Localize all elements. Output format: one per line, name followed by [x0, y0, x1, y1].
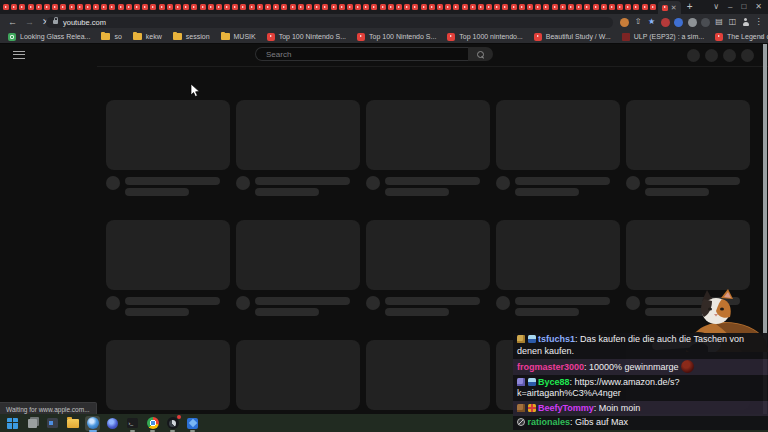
minimize-icon[interactable]: – — [728, 3, 732, 11]
task-view-icon[interactable] — [25, 416, 40, 431]
tab-youtube-favicon[interactable] — [331, 4, 337, 10]
forward-icon[interactable]: → — [25, 18, 34, 27]
tab-youtube-favicon[interactable] — [322, 4, 328, 10]
extension-dark-icon[interactable] — [701, 18, 710, 27]
tab-youtube-favicon[interactable] — [462, 4, 468, 10]
tab-youtube-favicon[interactable] — [134, 4, 140, 10]
tab-youtube-favicon[interactable] — [249, 4, 255, 10]
youtube-search-input[interactable]: Search — [255, 47, 468, 61]
tab-youtube-favicon[interactable] — [183, 4, 189, 10]
bookmark-item[interactable]: Top 100 Nintendo S... — [357, 33, 436, 41]
tab-youtube-favicon[interactable] — [28, 4, 34, 10]
tab-youtube-favicon[interactable] — [52, 4, 58, 10]
bookmark-item[interactable]: kekw — [133, 33, 162, 40]
tab-youtube-favicon[interactable] — [584, 4, 590, 10]
bookmark-item[interactable]: Top 100 Nintendo S... — [267, 33, 346, 41]
header-icon-placeholder[interactable] — [723, 49, 736, 62]
tab-youtube-favicon[interactable] — [306, 4, 312, 10]
tab-close-icon[interactable]: ✕ — [671, 4, 677, 11]
header-icon-placeholder[interactable] — [741, 49, 754, 62]
bookmark-item[interactable]: Looking Glass Relea... — [8, 33, 90, 41]
tab-youtube-favicon[interactable] — [290, 4, 296, 10]
tab-youtube-favicon[interactable] — [69, 4, 75, 10]
tab-youtube-favicon[interactable] — [93, 4, 99, 10]
tab-youtube-favicon[interactable] — [380, 4, 386, 10]
youtube-search-button[interactable] — [468, 47, 493, 61]
tab-youtube-favicon[interactable] — [200, 4, 206, 10]
active-tab[interactable]: ✕ — [658, 1, 681, 14]
close-icon[interactable]: ✕ — [755, 3, 762, 11]
tab-youtube-favicon[interactable] — [77, 4, 83, 10]
tab-youtube-favicon[interactable] — [101, 4, 107, 10]
bookmark-item[interactable]: Beautiful Study / W... — [534, 33, 611, 41]
tab-youtube-favicon[interactable] — [617, 4, 623, 10]
tab-youtube-favicon[interactable] — [453, 4, 459, 10]
tab-youtube-favicon[interactable] — [609, 4, 615, 10]
tab-youtube-favicon[interactable] — [3, 4, 9, 10]
chat-username[interactable]: BeefyTommy — [538, 403, 594, 413]
tab-youtube-favicon[interactable] — [396, 4, 402, 10]
tab-youtube-favicon[interactable] — [142, 4, 148, 10]
tab-youtube-favicon[interactable] — [159, 4, 165, 10]
tab-youtube-favicon[interactable] — [650, 4, 656, 10]
extension-red-icon[interactable] — [661, 18, 670, 27]
tab-youtube-favicon[interactable] — [543, 4, 549, 10]
app-circle-blue-icon[interactable] — [85, 416, 100, 431]
tab-youtube-favicon[interactable] — [593, 4, 599, 10]
tab-youtube-favicon[interactable] — [60, 4, 66, 10]
tab-youtube-favicon[interactable] — [150, 4, 156, 10]
tab-youtube-favicon[interactable] — [371, 4, 377, 10]
tab-youtube-favicon[interactable] — [363, 4, 369, 10]
side-panel-icon[interactable]: ◫ — [728, 18, 737, 27]
tab-youtube-favicon[interactable] — [167, 4, 173, 10]
tab-youtube-favicon[interactable] — [470, 4, 476, 10]
bookmarks-overflow-chevron[interactable]: » — [760, 30, 764, 44]
tab-youtube-favicon[interactable] — [232, 4, 238, 10]
tab-youtube-favicon[interactable] — [478, 4, 484, 10]
bookmark-item[interactable]: so — [101, 33, 121, 40]
tab-youtube-favicon[interactable] — [576, 4, 582, 10]
tab-youtube-favicon[interactable] — [421, 4, 427, 10]
reading-list-icon[interactable]: ▤ — [715, 18, 724, 27]
header-icon-placeholder[interactable] — [687, 49, 700, 62]
bookmark-star-icon[interactable]: ★ — [647, 18, 656, 27]
tab-youtube-favicon[interactable] — [36, 4, 42, 10]
file-explorer-icon[interactable] — [65, 416, 80, 431]
tab-youtube-favicon[interactable] — [240, 4, 246, 10]
maximize-icon[interactable]: □ — [741, 3, 746, 11]
tab-youtube-favicon[interactable] — [486, 4, 492, 10]
tab-youtube-favicon[interactable] — [347, 4, 353, 10]
tab-youtube-favicon[interactable] — [511, 4, 517, 10]
tab-youtube-favicon[interactable] — [257, 4, 263, 10]
tab-youtube-favicon[interactable] — [314, 4, 320, 10]
chat-username[interactable]: frogmaster3000 — [517, 362, 584, 372]
tab-youtube-favicon[interactable] — [265, 4, 271, 10]
chat-username[interactable]: rationales — [528, 417, 571, 427]
tab-youtube-favicon[interactable] — [404, 4, 410, 10]
back-icon[interactable]: ← — [8, 18, 17, 27]
tab-youtube-favicon[interactable] — [19, 4, 25, 10]
app-window-icon[interactable] — [45, 416, 60, 431]
tab-youtube-favicon[interactable] — [502, 4, 508, 10]
chat-username[interactable]: Byce88 — [538, 377, 570, 387]
photos-app-icon[interactable] — [185, 416, 200, 431]
share-icon[interactable]: ⇧ — [634, 18, 643, 27]
tab-youtube-favicon[interactable] — [535, 4, 541, 10]
tab-youtube-favicon[interactable] — [273, 4, 279, 10]
bookmark-item[interactable]: session — [173, 33, 210, 40]
tab-youtube-favicon[interactable] — [388, 4, 394, 10]
tab-youtube-favicon[interactable] — [109, 4, 115, 10]
tab-youtube-favicon[interactable] — [11, 4, 17, 10]
tab-youtube-favicon[interactable] — [44, 4, 50, 10]
tab-youtube-favicon[interactable] — [355, 4, 361, 10]
tab-youtube-favicon[interactable] — [216, 4, 222, 10]
tab-youtube-favicon[interactable] — [519, 4, 525, 10]
tab-youtube-favicon[interactable] — [224, 4, 230, 10]
tab-youtube-favicon[interactable] — [175, 4, 181, 10]
tab-youtube-favicon[interactable] — [118, 4, 124, 10]
tab-youtube-favicon[interactable] — [281, 4, 287, 10]
start-icon[interactable] — [5, 416, 20, 431]
extension-grey-icon[interactable] — [688, 18, 697, 27]
tab-youtube-favicon[interactable] — [601, 4, 607, 10]
address-bar[interactable]: youtube.com — [46, 17, 613, 28]
